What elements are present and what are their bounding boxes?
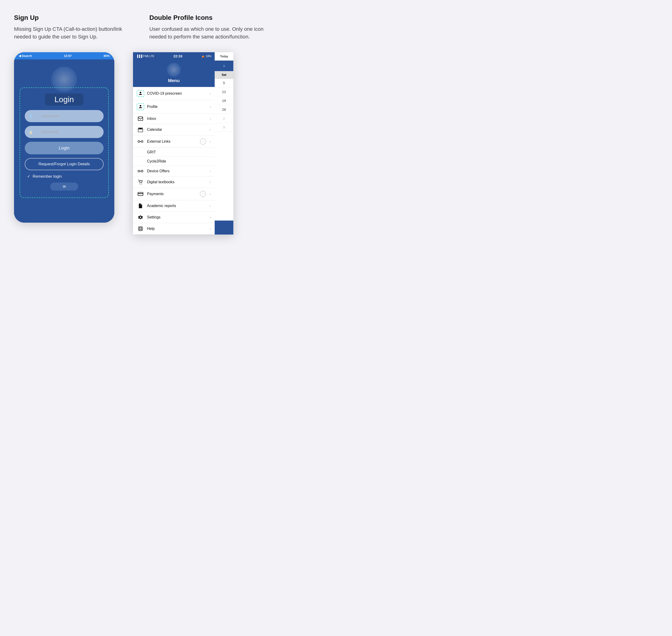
forgot-button[interactable]: Request/Forgot Login Details (25, 158, 103, 170)
cal-row-9: 9 (215, 123, 233, 132)
svg-rect-9 (141, 141, 143, 142)
today-button[interactable]: Today (215, 52, 233, 61)
email-small-btn[interactable]: ✉ (50, 182, 78, 191)
person-icon-profile (138, 104, 143, 110)
person-icon-covid (138, 91, 143, 96)
cal-row-26: 26 (215, 105, 233, 114)
svg-point-14 (140, 184, 140, 184)
status-bar-right: ▐▐▐ FNB LTE 22:33 ⛺ 18% (133, 52, 215, 60)
password-field[interactable]: password (25, 126, 103, 138)
academic-reports-chevron: › (210, 204, 211, 208)
life-ring-icon (137, 226, 144, 231)
calendar-icon (137, 127, 144, 132)
menu-item-profile[interactable]: Profile › (133, 100, 215, 114)
remember-row: ✓ Remember login (27, 174, 62, 179)
menu-panel: ▐▐▐ FNB LTE 22:33 ⛺ 18% Menu (133, 52, 215, 235)
cycle2ride-label: Cycle2Ride (147, 159, 166, 163)
double-profile-title: Double Profile Icons (149, 14, 266, 21)
menu-item-calendar[interactable]: Calendar › (133, 124, 215, 136)
help-lifering-icon (138, 226, 143, 231)
calendar-chevron: › (210, 128, 211, 132)
help-chevron: › (210, 227, 211, 231)
covid-chevron: › (210, 92, 211, 95)
calendar-header: Sat (215, 71, 233, 79)
inbox-chevron: › (210, 117, 211, 121)
username-placeholder: username (41, 114, 59, 118)
svg-rect-12 (141, 170, 143, 172)
status-left-signal: ◀ Search (19, 54, 32, 58)
svg-rect-17 (138, 193, 143, 194)
calendar-next-button[interactable]: › (215, 61, 233, 71)
shopping-cart-icon (138, 180, 143, 185)
menu-item-device-offers[interactable]: Device Offers › (133, 166, 215, 177)
status-left-time: 13:57 (64, 54, 72, 58)
help-label: Help (147, 226, 207, 231)
calendar-svg-icon (138, 127, 143, 132)
profile-label: Profile (147, 105, 207, 109)
menu-item-grit[interactable]: GRIT (133, 148, 215, 157)
menu-item-covid[interactable]: COVID-19 prescreen › (133, 87, 215, 100)
svg-point-1 (140, 105, 141, 107)
svg-rect-5 (139, 127, 139, 128)
menu-item-inbox[interactable]: Inbox › (133, 114, 215, 124)
status-bar-left: ◀ Search 13:57 80% (14, 52, 114, 59)
double-profile-issue: Double Profile Icons User confused as wh… (149, 14, 266, 41)
menu-logo-blur (167, 63, 181, 77)
svg-rect-11 (138, 170, 140, 172)
svg-point-15 (141, 184, 142, 184)
status-left-battery: 80% (103, 54, 110, 58)
envelope-icon (138, 117, 143, 121)
phone-body-left: Login 👤 username 🔒 password Login (14, 59, 114, 223)
status-signal-right: ▐▐▐ FNB LTE (136, 55, 154, 58)
svg-rect-2 (138, 117, 143, 121)
username-field[interactable]: username (25, 110, 103, 122)
payments-chevron: › (210, 192, 211, 196)
menu-header: Menu (133, 60, 215, 87)
password-placeholder: password (41, 130, 59, 134)
payments-circle-chevron: › (200, 191, 206, 197)
menu-item-payments[interactable]: Payments › › (133, 188, 215, 200)
profile-chevron: › (210, 105, 211, 108)
link-icon-external (137, 140, 144, 143)
phones-section: ◀ Search 13:57 80% Login 👤 username (14, 52, 658, 235)
settings-gear-icon (138, 215, 143, 220)
settings-label: Settings (147, 215, 207, 219)
sign-up-title: Sign Up (14, 14, 131, 21)
profile-icon-wrapper (137, 103, 144, 110)
svg-rect-7 (138, 129, 143, 132)
login-dashed-box: Login 👤 username 🔒 password Login (20, 87, 109, 198)
menu-item-cycle2ride[interactable]: Cycle2Ride (133, 157, 215, 166)
calendar-numbers: 5 12 19 26 2 9 (215, 79, 233, 221)
login-title: Login (45, 94, 83, 105)
svg-point-21 (139, 228, 141, 230)
menu-list: COVID-19 prescreen › Profile › (133, 87, 215, 235)
left-phone: ◀ Search 13:57 80% Login 👤 username (14, 52, 114, 223)
external-links-chevron: › (210, 140, 211, 143)
calendar-bottom-blue (215, 221, 233, 235)
svg-point-19 (140, 217, 141, 218)
login-button[interactable]: Login (25, 142, 103, 154)
top-section: Sign Up Missing Sign Up CTA (Call-to-act… (14, 14, 658, 41)
external-links-label: External Links (147, 139, 197, 144)
payments-label: Payments (147, 192, 197, 196)
menu-item-academic-reports[interactable]: Academic reports › (133, 200, 215, 212)
inbox-icon (137, 117, 144, 121)
academic-reports-label: Academic reports (147, 204, 207, 208)
calendar-panel: Today › Sat 5 12 19 26 2 9 (215, 52, 233, 235)
menu-item-digital-textbooks[interactable]: Digital textbooks › (133, 177, 215, 188)
menu-item-help[interactable]: Help › (133, 223, 215, 235)
covid-label: COVID-19 prescreen (147, 92, 207, 96)
app-logo-blur (51, 66, 77, 92)
status-battery-right: ⛺ 18% (201, 55, 211, 58)
menu-item-settings[interactable]: Settings › (133, 212, 215, 223)
device-offers-label: Device Offers (147, 169, 207, 173)
cal-row-19: 19 (215, 96, 233, 105)
right-phone: ▐▐▐ FNB LTE 22:33 ⛺ 18% Menu (133, 52, 233, 235)
menu-item-external-links[interactable]: External Links › › (133, 136, 215, 148)
chain-icon-2 (138, 170, 143, 173)
link-icon-device (137, 170, 144, 173)
calendar-label: Calendar (147, 127, 207, 132)
sign-up-issue: Sign Up Missing Sign Up CTA (Call-to-act… (14, 14, 131, 41)
cal-row-12: 12 (215, 87, 233, 96)
svg-rect-8 (138, 141, 140, 142)
